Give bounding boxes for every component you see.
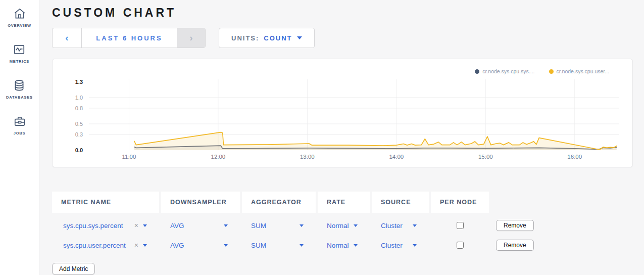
chart-legend: cr.node.sys.cpu.sys.... cr.node.sys.cpu.… [475,68,609,74]
column-header-downsampler: DOWNSAMPLER [161,192,240,213]
svg-text:11:00: 11:00 [122,154,136,160]
timeframe-selector: ‹ LAST 6 HOURS › [52,28,206,48]
page-title: CUSTOM CHART [52,6,644,20]
column-header-source: SOURCE [372,192,429,213]
chart-controls: ‹ LAST 6 HOURS › UNITS: COUNT [52,28,644,48]
chevron-down-icon [224,224,228,227]
column-header-metric-name: METRIC NAME [52,192,159,213]
remove-button[interactable]: Remove [496,220,534,231]
main-content: CUSTOM CHART ‹ LAST 6 HOURS › UNITS: COU… [39,0,644,275]
table-header-row: METRIC NAME DOWNSAMPLER AGGREGATOR RATE … [52,192,633,213]
per-node-checkbox[interactable] [457,222,464,229]
legend-entry-sys[interactable]: cr.node.sys.cpu.sys.... [475,68,534,74]
add-metric-button[interactable]: Add Metric [52,263,95,275]
chevron-left-icon: ‹ [65,32,68,43]
legend-dot [475,69,479,74]
rate-dropdown[interactable]: Normal [318,222,370,230]
home-icon [13,7,26,20]
table-row: sys.cpu.sys.percent × AVG SUM Normal Clu… [52,218,633,233]
svg-text:13:00: 13:00 [300,154,315,160]
units-value: COUNT [264,34,292,42]
svg-text:14:00: 14:00 [389,154,404,160]
remove-metric-x-icon[interactable]: × [134,241,138,249]
chevron-down-icon [300,224,304,227]
database-icon [13,79,26,92]
timeframe-next-button[interactable]: › [177,28,205,48]
chart-panel: cr.node.sys.cpu.sys.... cr.node.sys.cpu.… [52,59,633,167]
per-node-cell [431,222,489,229]
column-header-aggregator: AGGREGATOR [242,192,316,213]
remove-cell: Remove [491,220,633,231]
sidebar-item-label: OVERVIEW [8,23,31,28]
chevron-down-icon [300,244,304,247]
per-node-checkbox[interactable] [457,242,464,249]
sidebar-item-metrics[interactable]: METRICS [10,43,29,64]
sidebar-item-jobs[interactable]: JOBS [13,115,26,135]
downsampler-dropdown[interactable]: AVG [161,242,240,249]
aggregator-dropdown[interactable]: SUM [242,222,316,230]
line-chart: 11:0012:0013:0014:0015:0016:000.00.30.50… [53,59,632,167]
chevron-down-icon [413,224,417,227]
metrics-icon [13,43,26,56]
remove-metric-x-icon[interactable]: × [134,221,138,230]
chevron-down-icon [297,36,302,39]
chevron-down-icon [143,244,147,247]
chevron-right-icon: › [189,32,192,43]
svg-text:1.3: 1.3 [75,79,83,85]
timeframe-prev-button[interactable]: ‹ [53,28,81,48]
metrics-table: METRIC NAME DOWNSAMPLER AGGREGATOR RATE … [52,192,633,275]
sidebar-item-label: JOBS [14,131,26,135]
aggregator-dropdown[interactable]: SUM [242,242,316,249]
sidebar-item-label: DATABASES [6,95,33,100]
sidebar: OVERVIEW METRICS DATABASES JOBS [0,0,39,275]
source-dropdown[interactable]: Cluster [372,222,429,230]
svg-text:0.0: 0.0 [75,147,83,153]
sidebar-item-label: METRICS [10,59,29,64]
metric-name-dropdown[interactable]: sys.cpu.user.percent × [52,241,159,249]
metric-name-dropdown[interactable]: sys.cpu.sys.percent × [52,221,159,230]
units-dropdown[interactable]: UNITS: COUNT [219,28,315,48]
legend-entry-user[interactable]: cr.node.sys.cpu.user... [549,68,609,74]
svg-text:0.5: 0.5 [75,121,83,127]
legend-dot [549,69,554,74]
column-header-rate: RATE [318,192,370,213]
column-header-per-node: PER NODE [431,192,489,213]
chevron-down-icon [354,244,358,247]
remove-cell: Remove [491,240,633,251]
timeframe-range-dropdown[interactable]: LAST 6 HOURS [81,28,177,48]
remove-button[interactable]: Remove [496,240,534,251]
downsampler-dropdown[interactable]: AVG [161,222,240,230]
table-row: sys.cpu.user.percent × AVG SUM Normal Cl… [52,238,633,252]
sidebar-item-databases[interactable]: DATABASES [6,79,33,100]
sidebar-item-overview[interactable]: OVERVIEW [8,7,31,28]
svg-text:12:00: 12:00 [211,154,225,160]
rate-dropdown[interactable]: Normal [318,242,370,249]
chevron-down-icon [413,244,417,247]
svg-text:0.3: 0.3 [75,131,83,138]
chevron-down-icon [143,224,147,227]
svg-text:1.0: 1.0 [75,95,83,101]
svg-text:15:00: 15:00 [478,154,493,160]
briefcase-icon [13,115,26,128]
source-dropdown[interactable]: Cluster [372,242,429,249]
units-label: UNITS: [231,34,259,42]
svg-text:0.8: 0.8 [75,105,83,111]
chevron-down-icon [224,244,228,247]
per-node-cell [431,242,489,249]
svg-text:16:00: 16:00 [567,154,582,160]
chevron-down-icon [354,224,358,227]
